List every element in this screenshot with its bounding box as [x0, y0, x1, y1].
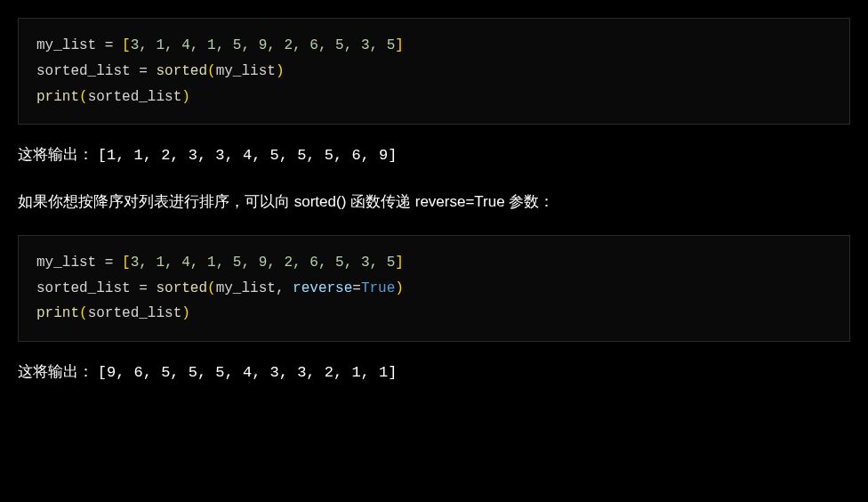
code-token: = — [96, 37, 122, 53]
output-value: [9, 6, 5, 5, 5, 4, 3, 3, 2, 1, 1] — [98, 364, 398, 381]
code-token: sorted_list — [88, 89, 182, 105]
code-token: sorted_list — [36, 280, 131, 296]
code-token: ) — [276, 63, 285, 79]
code-token: 3, 1, 4, 1, 5, 9, 2, 6, 5, 3, 5 — [131, 255, 396, 271]
code-token: ] — [395, 37, 404, 53]
code-token: True — [361, 280, 395, 296]
output-label: 这将输出： — [18, 146, 98, 163]
code-token: my_list — [36, 37, 96, 53]
output-label: 这将输出： — [18, 363, 98, 380]
code-token: reverse — [293, 280, 352, 296]
code-block-2: my_list = [3, 1, 4, 1, 5, 9, 2, 6, 5, 3,… — [18, 235, 850, 342]
code-token: [ — [122, 255, 131, 271]
code-token: my_list — [216, 280, 276, 296]
code-token: 3, 1, 4, 1, 5, 9, 2, 6, 5, 3, 5 — [131, 37, 396, 53]
code-token: = — [131, 280, 157, 296]
code-token: ) — [395, 280, 404, 296]
code-block-1: my_list = [3, 1, 4, 1, 5, 9, 2, 6, 5, 3,… — [18, 18, 850, 125]
code-token: ) — [181, 89, 190, 105]
code-token: ( — [79, 305, 88, 321]
code-token: , — [276, 280, 293, 296]
output-text-2: 这将输出： [9, 6, 5, 5, 5, 4, 3, 3, 2, 1, 1] — [18, 360, 850, 385]
code-token: print — [36, 89, 79, 105]
code-token: = — [96, 255, 122, 271]
code-token: ] — [395, 255, 404, 271]
explanation-text: 如果你想按降序对列表进行排序，可以向 sorted() 函数传递 reverse… — [18, 190, 850, 214]
code-token: ) — [181, 305, 190, 321]
code-token: sorted — [156, 63, 207, 79]
code-token: = — [131, 63, 157, 79]
code-token: print — [36, 305, 79, 321]
code-token: my_list — [36, 255, 96, 271]
code-token: [ — [122, 37, 131, 53]
code-token: sorted_list — [36, 63, 131, 79]
code-token: ( — [207, 280, 216, 296]
output-value: [1, 1, 2, 3, 3, 4, 5, 5, 5, 6, 9] — [98, 147, 398, 164]
code-token: ( — [207, 63, 216, 79]
code-token: sorted_list — [88, 305, 182, 321]
code-token: ( — [79, 89, 88, 105]
code-token: sorted — [156, 280, 207, 296]
code-token: my_list — [216, 63, 276, 79]
output-text-1: 这将输出： [1, 1, 2, 3, 3, 4, 5, 5, 5, 6, 9] — [18, 142, 850, 167]
code-token: = — [352, 280, 361, 296]
